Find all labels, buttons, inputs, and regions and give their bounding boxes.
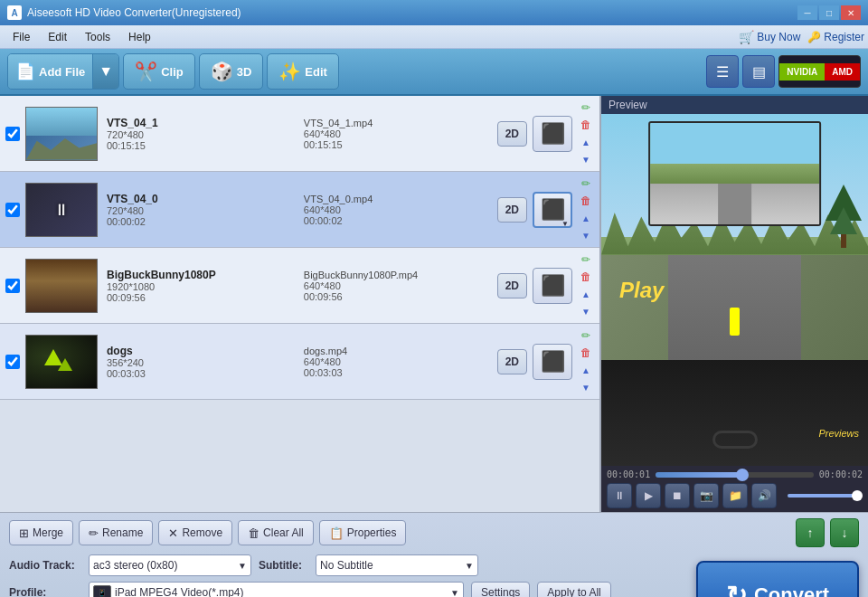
rename-button[interactable]: ✏ Rename <box>79 520 153 545</box>
move-up-1[interactable]: ▲ <box>578 210 594 226</box>
subtitle-label: Subtitle: <box>259 559 308 572</box>
move-down-2[interactable]: ▼ <box>578 303 594 319</box>
preview-panel: Preview <box>601 96 868 512</box>
screenshot-button[interactable]: 📷 <box>693 483 719 508</box>
edit-button[interactable]: ✨ Edit <box>267 53 339 90</box>
device-icon-2: ⬛ <box>541 274 565 298</box>
delete-action-0[interactable]: 🗑 <box>578 117 594 133</box>
file-out-name-3: dogs.mp4 <box>304 346 488 356</box>
device-btn-1[interactable]: ⬛ ▼ <box>533 192 572 228</box>
table-row: BigBuckBunny1080P 1920*1080 00:09:56 Big… <box>0 248 599 324</box>
menu-file[interactable]: File <box>4 29 39 45</box>
delete-action-2[interactable]: 🗑 <box>578 269 594 285</box>
2d-button-2[interactable]: 2D <box>497 273 527 298</box>
device-icon-0: ⬛ <box>541 122 565 146</box>
menu-edit[interactable]: Edit <box>39 29 76 45</box>
app-icon: A <box>7 5 22 20</box>
device-drop-1: ▼ <box>561 220 569 228</box>
device-btn-0[interactable]: ⬛ <box>533 116 572 152</box>
2d-button-1[interactable]: 2D <box>497 197 527 223</box>
list-view-button[interactable]: ☰ <box>706 55 739 88</box>
file-checkbox-0[interactable] <box>5 127 20 141</box>
move-down-button[interactable]: ↓ <box>830 518 859 547</box>
pause-button[interactable]: ⏸ <box>607 483 632 508</box>
progress-thumb[interactable] <box>736 469 749 481</box>
file-list[interactable]: VTS_04_1 720*480 00:15:15 VTS_04_1.mp4 6… <box>0 96 601 512</box>
stop-button[interactable]: ⏹ <box>665 483 690 508</box>
play-button[interactable]: ▶ <box>636 483 661 508</box>
table-row: dogs 356*240 00:03:03 dogs.mp4 640*480 0… <box>0 324 599 400</box>
clear-icon: 🗑 <box>248 526 259 540</box>
3d-button[interactable]: 🎲 3D <box>199 53 264 90</box>
remove-button[interactable]: ✕ Remove <box>158 520 232 545</box>
volume-thumb[interactable] <box>852 490 863 501</box>
move-up-3[interactable]: ▲ <box>578 362 594 378</box>
file-out-dur-1: 00:00:02 <box>304 215 488 226</box>
preview-label: Preview <box>601 96 868 114</box>
file-checkbox-2[interactable] <box>5 279 20 293</box>
edit-action-2[interactable]: ✏ <box>578 251 594 268</box>
device-btn-2[interactable]: ⬛ <box>533 268 572 304</box>
subtitle-select[interactable]: No Subtitle ▼ <box>316 554 478 576</box>
clear-all-button[interactable]: 🗑 Clear All <box>238 520 314 545</box>
toolbar-right: ☰ ▤ NVIDIA AMD <box>706 55 861 88</box>
file-name-0: VTS_04_1 <box>107 117 291 129</box>
file-actions-2: ✏ 🗑 ▲ ▼ <box>578 251 594 319</box>
3d-icon: 🎲 <box>211 61 233 82</box>
menu-help[interactable]: Help <box>119 29 160 45</box>
move-up-2[interactable]: ▲ <box>578 286 594 302</box>
move-up-0[interactable]: ▲ <box>578 134 594 150</box>
progress-track[interactable] <box>656 472 814 478</box>
properties-button[interactable]: 📋 Properties <box>319 520 407 545</box>
convert-button[interactable]: ↻ Convert <box>696 561 859 597</box>
device-icon-1: ⬛ <box>541 198 565 222</box>
file-checkbox-1[interactable] <box>5 203 20 217</box>
edit-action-1[interactable]: ✏ <box>578 175 594 192</box>
file-dur-1: 00:00:02 <box>107 216 291 227</box>
file-output-3: dogs.mp4 640*480 00:03:03 <box>300 346 492 378</box>
edit-action-3[interactable]: ✏ <box>578 327 594 344</box>
volume-icon[interactable]: 🔊 <box>751 483 777 508</box>
device-btn-3[interactable]: ⬛ <box>533 344 572 380</box>
cart-icon: 🛒 <box>739 30 754 44</box>
buy-now-link[interactable]: 🛒 Buy Now <box>739 30 800 44</box>
device-icon-3: ⬛ <box>541 350 565 374</box>
volume-fill <box>788 494 855 498</box>
profile-icon: 📱 <box>93 585 111 597</box>
merge-icon: ⊞ <box>19 526 29 540</box>
edit-action-0[interactable]: ✏ <box>578 100 594 116</box>
subtitle-value: No Subtitle <box>320 559 373 572</box>
apply-to-all-button[interactable]: Apply to All <box>537 582 610 597</box>
add-file-button-group[interactable]: 📄 Add File ▼ <box>7 53 119 90</box>
volume-track[interactable] <box>788 494 863 498</box>
profile-select[interactable]: 📱 iPad MPEG4 Video(*.mp4) ▼ <box>89 582 464 597</box>
file-res-2: 1920*1080 <box>107 281 291 292</box>
file-checkbox-3[interactable] <box>5 355 20 369</box>
move-down-0[interactable]: ▼ <box>578 151 594 167</box>
move-down-3[interactable]: ▼ <box>578 379 594 395</box>
folder-button[interactable]: 📁 <box>722 483 748 508</box>
detail-view-button[interactable]: ▤ <box>742 55 775 88</box>
audio-track-select[interactable]: ac3 stereo (0x80) ▼ <box>89 554 251 576</box>
file-out-name-0: VTS_04_1.mp4 <box>304 118 488 128</box>
close-button[interactable]: ✕ <box>841 5 861 20</box>
menu-right: 🛒 Buy Now 🔑 Register <box>739 30 864 44</box>
menu-tools[interactable]: Tools <box>76 29 119 45</box>
delete-action-3[interactable]: 🗑 <box>578 345 594 361</box>
register-link[interactable]: 🔑 Register <box>807 31 864 43</box>
clip-button[interactable]: ✂️ Clip <box>123 53 195 90</box>
progress-fill <box>656 472 742 478</box>
merge-button[interactable]: ⊞ Merge <box>9 520 73 545</box>
maximize-button[interactable]: □ <box>819 5 839 20</box>
move-down-1[interactable]: ▼ <box>578 227 594 243</box>
2d-button-0[interactable]: 2D <box>497 121 527 147</box>
minimize-button[interactable]: ─ <box>797 5 817 20</box>
move-up-button[interactable]: ↑ <box>796 518 825 547</box>
add-file-main[interactable]: 📄 Add File <box>8 54 92 89</box>
delete-action-1[interactable]: 🗑 <box>578 193 594 209</box>
2d-button-3[interactable]: 2D <box>497 349 527 374</box>
audio-track-label: Audio Track: <box>9 559 81 572</box>
settings-button[interactable]: Settings <box>471 582 530 597</box>
add-file-dropdown[interactable]: ▼ <box>92 54 118 89</box>
file-output-1: VTS_04_0.mp4 640*480 00:00:02 <box>300 194 492 226</box>
